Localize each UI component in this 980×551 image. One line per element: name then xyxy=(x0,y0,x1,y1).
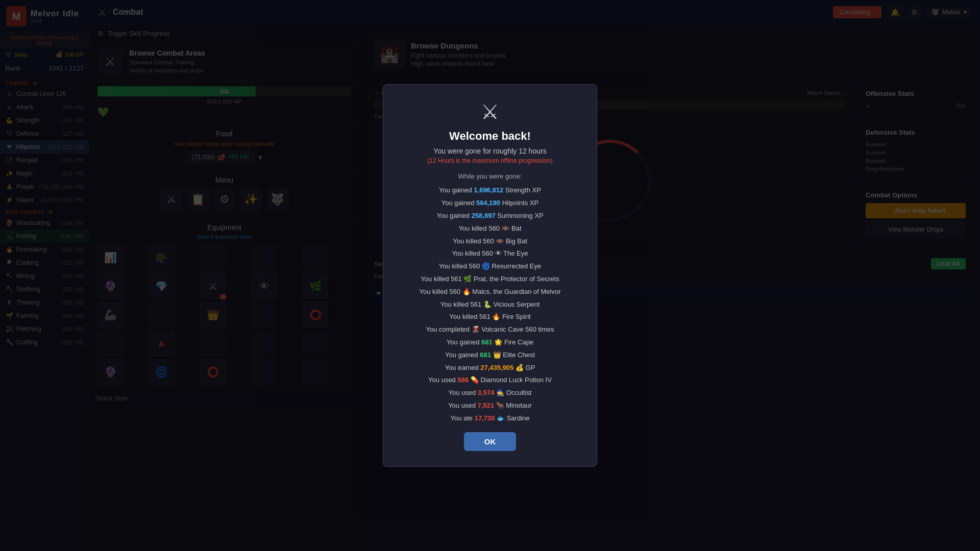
gain-item: You ate 17,730 🐟 Sardine xyxy=(399,413,581,424)
gain-item: You killed 561 🌿 Prat, the Protector of … xyxy=(399,274,581,285)
modal-warning: (12 Hours is the maximum offline progres… xyxy=(399,157,581,164)
gain-item: You used 3,574 🧙 Occultist xyxy=(399,388,581,398)
gain-item: You killed 560 🦇 Big Bat xyxy=(399,236,581,247)
gain-item: You gained 564,190 Hitpoints XP xyxy=(399,198,581,209)
gain-item: You killed 561 🔥 Fire Spirit xyxy=(399,312,581,322)
modal-gains: You gained 1,696,812 Strength XPYou gain… xyxy=(399,185,581,423)
gain-item: You gained 258,897 Summoning XP xyxy=(399,211,581,221)
modal-divider: While you were gone: xyxy=(399,172,581,180)
gain-item: You killed 560 🔥 Malcs, the Guardian of … xyxy=(399,287,581,297)
gain-item: You killed 560 👁 The Eye xyxy=(399,248,581,259)
gain-item: You killed 560 🌀 Resurrected Eye xyxy=(399,261,581,272)
ok-button[interactable]: OK xyxy=(464,432,517,451)
gain-item: You killed 561 🐍 Vicious Serpent xyxy=(399,299,581,310)
modal-overlay: ⚔ Welcome back! You were gone for roughl… xyxy=(0,0,980,551)
gain-item: You killed 560 🦇 Bat xyxy=(399,223,581,234)
gain-item: You earned 27,435,905 💰 GP xyxy=(399,363,581,373)
modal-title: Welcome back! xyxy=(399,130,581,143)
gain-item: You used 7,521 🐂 Minotaur xyxy=(399,400,581,411)
gain-item: You gained 1,696,812 Strength XP xyxy=(399,185,581,196)
gain-item: You gained 681 🌟 Fire Cape xyxy=(399,337,581,348)
modal-subtitle: You were gone for roughly 12 hours xyxy=(399,147,581,155)
welcome-back-modal: ⚔ Welcome back! You were gone for roughl… xyxy=(383,84,597,466)
gain-item: You gained 681 👑 Elite Chest xyxy=(399,350,581,361)
gain-item: You completed 🌋 Volcanic Cave 560 times xyxy=(399,324,581,335)
modal-sword-icon: ⚔ xyxy=(399,100,581,123)
gain-item: You used 586 💊 Diamond Luck Potion IV xyxy=(399,375,581,386)
